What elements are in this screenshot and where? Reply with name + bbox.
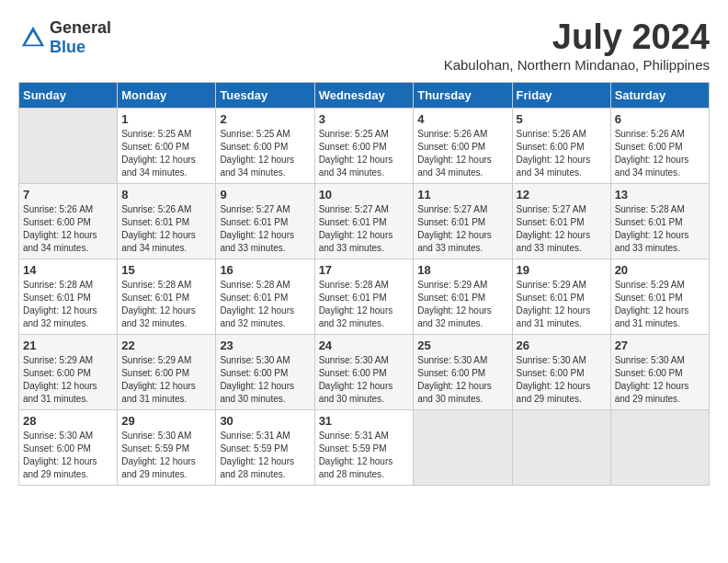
day-number: 2	[220, 112, 310, 126]
day-number: 22	[121, 339, 211, 352]
day-number: 7	[23, 188, 113, 201]
page-header: General Blue July 2024 Kabulohan, Northe…	[18, 18, 710, 73]
logo-text-general: General	[50, 18, 111, 37]
calendar-cell: 16Sunrise: 5:28 AM Sunset: 6:01 PM Dayli…	[216, 259, 314, 334]
calendar-week-4: 21Sunrise: 5:29 AM Sunset: 6:00 PM Dayli…	[19, 334, 710, 409]
day-number: 15	[121, 263, 211, 277]
calendar-cell: 15Sunrise: 5:28 AM Sunset: 6:01 PM Dayli…	[118, 259, 216, 334]
day-number: 4	[417, 112, 507, 126]
calendar-cell: 17Sunrise: 5:28 AM Sunset: 6:01 PM Dayli…	[314, 259, 414, 334]
calendar-week-1: 1Sunrise: 5:25 AM Sunset: 6:00 PM Daylig…	[19, 108, 710, 183]
calendar-week-3: 14Sunrise: 5:28 AM Sunset: 6:01 PM Dayli…	[19, 259, 710, 334]
header-day-tuesday: Tuesday	[216, 82, 314, 108]
day-number: 1	[121, 112, 211, 126]
day-number: 13	[615, 188, 705, 201]
day-info: Sunrise: 5:26 AM Sunset: 6:00 PM Dayligh…	[23, 203, 113, 255]
calendar-cell: 21Sunrise: 5:29 AM Sunset: 6:00 PM Dayli…	[19, 334, 118, 409]
day-info: Sunrise: 5:30 AM Sunset: 6:00 PM Dayligh…	[517, 354, 607, 406]
calendar-cell: 31Sunrise: 5:31 AM Sunset: 5:59 PM Dayli…	[314, 409, 414, 485]
calendar-cell: 11Sunrise: 5:27 AM Sunset: 6:01 PM Dayli…	[414, 183, 512, 259]
day-number: 31	[319, 414, 410, 428]
title-block: July 2024 Kabulohan, Northern Mindanao, …	[444, 18, 710, 73]
location: Kabulohan, Northern Mindanao, Philippine…	[444, 57, 710, 73]
day-info: Sunrise: 5:28 AM Sunset: 6:01 PM Dayligh…	[615, 203, 705, 255]
calendar-week-2: 7Sunrise: 5:26 AM Sunset: 6:00 PM Daylig…	[19, 183, 710, 259]
header-day-thursday: Thursday	[414, 82, 512, 108]
day-info: Sunrise: 5:29 AM Sunset: 6:01 PM Dayligh…	[417, 279, 507, 330]
day-info: Sunrise: 5:30 AM Sunset: 5:59 PM Dayligh…	[121, 430, 211, 481]
day-number: 8	[121, 188, 211, 201]
calendar-cell	[610, 409, 709, 485]
calendar-cell: 14Sunrise: 5:28 AM Sunset: 6:01 PM Dayli…	[19, 259, 118, 334]
day-info: Sunrise: 5:25 AM Sunset: 6:00 PM Dayligh…	[319, 128, 410, 179]
day-number: 29	[121, 414, 211, 428]
day-info: Sunrise: 5:27 AM Sunset: 6:01 PM Dayligh…	[220, 203, 310, 255]
calendar-cell: 3Sunrise: 5:25 AM Sunset: 6:00 PM Daylig…	[314, 108, 414, 183]
header-day-wednesday: Wednesday	[314, 82, 414, 108]
header-day-sunday: Sunday	[19, 82, 118, 108]
day-info: Sunrise: 5:25 AM Sunset: 6:00 PM Dayligh…	[220, 128, 310, 179]
day-number: 3	[319, 112, 410, 126]
day-info: Sunrise: 5:28 AM Sunset: 6:01 PM Dayligh…	[220, 279, 310, 330]
day-info: Sunrise: 5:29 AM Sunset: 6:00 PM Dayligh…	[121, 354, 211, 406]
day-info: Sunrise: 5:26 AM Sunset: 6:01 PM Dayligh…	[121, 203, 211, 255]
day-info: Sunrise: 5:30 AM Sunset: 6:00 PM Dayligh…	[220, 354, 310, 406]
calendar-header: SundayMondayTuesdayWednesdayThursdayFrid…	[19, 82, 710, 108]
day-info: Sunrise: 5:27 AM Sunset: 6:01 PM Dayligh…	[417, 203, 507, 255]
calendar-cell: 23Sunrise: 5:30 AM Sunset: 6:00 PM Dayli…	[216, 334, 314, 409]
calendar-table: SundayMondayTuesdayWednesdayThursdayFrid…	[18, 82, 710, 486]
day-number: 12	[517, 188, 607, 201]
calendar-week-5: 28Sunrise: 5:30 AM Sunset: 6:00 PM Dayli…	[19, 409, 710, 485]
calendar-cell: 30Sunrise: 5:31 AM Sunset: 5:59 PM Dayli…	[216, 409, 314, 485]
day-info: Sunrise: 5:30 AM Sunset: 6:00 PM Dayligh…	[615, 354, 705, 406]
calendar-cell: 18Sunrise: 5:29 AM Sunset: 6:01 PM Dayli…	[414, 259, 512, 334]
day-number: 11	[417, 188, 507, 201]
day-info: Sunrise: 5:27 AM Sunset: 6:01 PM Dayligh…	[517, 203, 607, 255]
day-info: Sunrise: 5:26 AM Sunset: 6:00 PM Dayligh…	[517, 128, 607, 179]
day-number: 30	[220, 414, 310, 428]
day-number: 9	[220, 188, 310, 201]
day-number: 16	[220, 263, 310, 277]
calendar-cell: 28Sunrise: 5:30 AM Sunset: 6:00 PM Dayli…	[19, 409, 118, 485]
calendar-cell: 13Sunrise: 5:28 AM Sunset: 6:01 PM Dayli…	[610, 183, 709, 259]
calendar-cell	[414, 409, 512, 485]
day-number: 20	[615, 263, 705, 277]
day-number: 19	[517, 263, 607, 277]
day-number: 25	[417, 339, 507, 352]
calendar-cell: 9Sunrise: 5:27 AM Sunset: 6:01 PM Daylig…	[216, 183, 314, 259]
day-info: Sunrise: 5:30 AM Sunset: 6:00 PM Dayligh…	[417, 354, 507, 406]
logo-icon	[20, 25, 46, 51]
calendar-cell: 10Sunrise: 5:27 AM Sunset: 6:01 PM Dayli…	[314, 183, 414, 259]
day-number: 18	[417, 263, 507, 277]
day-info: Sunrise: 5:30 AM Sunset: 6:00 PM Dayligh…	[23, 430, 113, 481]
calendar-cell: 20Sunrise: 5:29 AM Sunset: 6:01 PM Dayli…	[610, 259, 709, 334]
calendar-cell: 6Sunrise: 5:26 AM Sunset: 6:00 PM Daylig…	[610, 108, 709, 183]
calendar-cell: 19Sunrise: 5:29 AM Sunset: 6:01 PM Dayli…	[512, 259, 610, 334]
header-day-saturday: Saturday	[610, 82, 709, 108]
day-number: 17	[319, 263, 410, 277]
day-number: 26	[517, 339, 607, 352]
day-number: 6	[615, 112, 705, 126]
day-info: Sunrise: 5:26 AM Sunset: 6:00 PM Dayligh…	[615, 128, 705, 179]
header-row: SundayMondayTuesdayWednesdayThursdayFrid…	[19, 82, 710, 108]
logo: General Blue	[18, 18, 111, 57]
day-number: 21	[23, 339, 113, 352]
day-info: Sunrise: 5:28 AM Sunset: 6:01 PM Dayligh…	[319, 279, 410, 330]
header-day-friday: Friday	[512, 82, 610, 108]
day-number: 24	[319, 339, 410, 352]
calendar-cell: 2Sunrise: 5:25 AM Sunset: 6:00 PM Daylig…	[216, 108, 314, 183]
calendar-cell: 22Sunrise: 5:29 AM Sunset: 6:00 PM Dayli…	[118, 334, 216, 409]
day-number: 5	[517, 112, 607, 126]
calendar-cell: 4Sunrise: 5:26 AM Sunset: 6:00 PM Daylig…	[414, 108, 512, 183]
day-number: 23	[220, 339, 310, 352]
calendar-cell: 29Sunrise: 5:30 AM Sunset: 5:59 PM Dayli…	[118, 409, 216, 485]
day-info: Sunrise: 5:26 AM Sunset: 6:00 PM Dayligh…	[417, 128, 507, 179]
calendar-cell: 12Sunrise: 5:27 AM Sunset: 6:01 PM Dayli…	[512, 183, 610, 259]
day-info: Sunrise: 5:31 AM Sunset: 5:59 PM Dayligh…	[319, 430, 410, 481]
day-info: Sunrise: 5:27 AM Sunset: 6:01 PM Dayligh…	[319, 203, 410, 255]
day-info: Sunrise: 5:30 AM Sunset: 6:00 PM Dayligh…	[319, 354, 410, 406]
day-info: Sunrise: 5:25 AM Sunset: 6:00 PM Dayligh…	[121, 128, 211, 179]
day-info: Sunrise: 5:29 AM Sunset: 6:01 PM Dayligh…	[615, 279, 705, 330]
day-info: Sunrise: 5:29 AM Sunset: 6:01 PM Dayligh…	[517, 279, 607, 330]
calendar-cell: 24Sunrise: 5:30 AM Sunset: 6:00 PM Dayli…	[314, 334, 414, 409]
